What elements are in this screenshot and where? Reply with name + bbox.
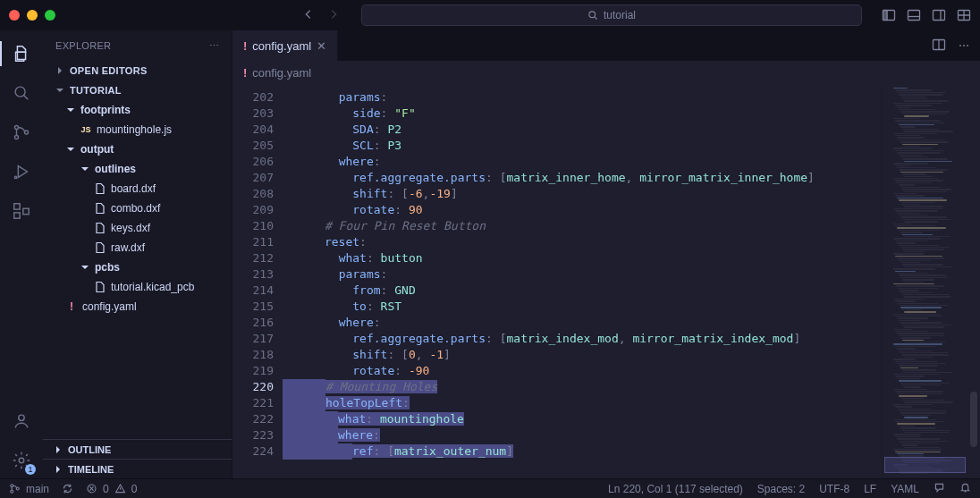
maximize-window-icon[interactable] — [45, 10, 55, 21]
svg-point-0 — [589, 12, 596, 18]
explorer-more-icon[interactable]: ⋯ — [209, 40, 219, 52]
activity-settings-icon[interactable]: 1 — [0, 443, 43, 478]
chevron-down-icon — [64, 145, 77, 154]
file-tutorial-kicad-pcb[interactable]: tutorial.kicad_pcb — [43, 277, 232, 297]
activity-explorer-icon[interactable] — [0, 36, 43, 72]
svg-rect-11 — [14, 204, 20, 209]
warning-icon — [114, 483, 126, 494]
folder-outlines[interactable]: outlines — [43, 159, 232, 179]
js-file-icon: JS — [80, 125, 90, 134]
status-branch[interactable]: main — [9, 483, 49, 495]
close-window-icon[interactable] — [9, 10, 20, 21]
nav-forward-icon[interactable] — [327, 8, 340, 23]
status-encoding[interactable]: UTF-8 — [819, 483, 849, 495]
svg-rect-2 — [883, 11, 888, 21]
toggle-panel-icon[interactable] — [907, 8, 921, 22]
close-tab-icon[interactable]: ✕ — [317, 39, 326, 53]
svg-point-17 — [11, 485, 13, 487]
breadcrumb-label: config.yaml — [252, 66, 311, 80]
status-language[interactable]: YAML — [891, 483, 919, 495]
file-keys-dxf[interactable]: keys.dxf — [43, 218, 232, 238]
timeline-section[interactable]: TIMELINE — [43, 459, 232, 478]
status-problems[interactable]: 0 0 — [86, 483, 137, 495]
explorer-title: EXPLORER — [55, 40, 111, 51]
svg-point-10 — [14, 176, 16, 178]
folder-output[interactable]: output — [43, 139, 232, 159]
folder-pcbs[interactable]: pcbs — [43, 257, 232, 277]
status-sync[interactable] — [62, 483, 73, 494]
file-raw-dxf[interactable]: raw.dxf — [43, 238, 232, 257]
explorer-header: EXPLORER ⋯ — [43, 30, 232, 61]
chevron-right-icon — [52, 445, 64, 454]
tab-config-yaml[interactable]: ! config.yaml ✕ — [232, 30, 338, 61]
svg-point-6 — [15, 87, 25, 97]
open-editors-section[interactable]: OPEN EDITORS — [43, 61, 232, 80]
error-icon — [86, 483, 97, 494]
status-indent[interactable]: Spaces: 2 — [757, 483, 805, 495]
branch-icon — [9, 483, 21, 494]
status-feedback-icon[interactable] — [934, 482, 945, 496]
explorer-sidebar: EXPLORER ⋯ OPEN EDITORS TUTORIAL footpri… — [43, 30, 232, 478]
line-number-gutter: 2022032042052062072082092102112122132142… — [232, 84, 283, 478]
activity-account-icon[interactable] — [0, 403, 43, 439]
svg-rect-4 — [934, 11, 945, 21]
svg-point-18 — [11, 490, 13, 493]
customize-layout-icon[interactable] — [957, 8, 971, 22]
file-mountinghole-js[interactable]: JS mountinghole.js — [43, 120, 232, 139]
nav-back-icon[interactable] — [302, 8, 315, 23]
minimap-viewport[interactable] — [884, 457, 966, 473]
status-bell-icon[interactable] — [959, 482, 971, 496]
activity-bar: 1 — [0, 30, 43, 478]
toggle-secondary-sidebar-icon[interactable] — [932, 8, 946, 22]
activity-source-control-icon[interactable] — [0, 114, 43, 150]
activity-search-icon[interactable] — [0, 75, 43, 111]
command-center-text: tutorial — [604, 9, 636, 21]
yaml-file-icon: ! — [70, 300, 73, 313]
code-content[interactable]: params: side: "F" SDA: P2 SCL: P3 where:… — [283, 84, 882, 478]
file-tree: OPEN EDITORS TUTORIAL footprints JS moun… — [43, 61, 232, 439]
editor[interactable]: 2022032042052062072082092102112122132142… — [232, 84, 980, 478]
svg-point-8 — [14, 135, 18, 139]
minimap[interactable] — [882, 84, 967, 478]
search-icon — [587, 10, 598, 21]
tab-label: config.yaml — [252, 39, 311, 53]
activity-run-debug-icon[interactable] — [0, 154, 43, 190]
workbench: 1 EXPLORER ⋯ OPEN EDITORS TUTORIAL footp… — [0, 30, 980, 478]
file-icon — [93, 202, 107, 215]
svg-point-15 — [19, 458, 24, 463]
status-bar: main 0 0 Ln 220, Col 1 (117 selected) Sp… — [0, 478, 980, 498]
tab-bar: ! config.yaml ✕ ⋯ — [232, 30, 980, 61]
yaml-file-icon: ! — [243, 66, 247, 80]
command-center-search[interactable]: tutorial — [361, 4, 862, 26]
file-board-dxf[interactable]: board.dxf — [43, 179, 232, 198]
file-icon — [93, 222, 107, 234]
scrollbar-thumb[interactable] — [970, 392, 977, 447]
file-config-yaml[interactable]: !config.yaml — [43, 297, 232, 317]
window-controls — [9, 10, 55, 21]
toggle-primary-sidebar-icon[interactable] — [882, 8, 896, 22]
activity-extensions-icon[interactable] — [0, 193, 43, 229]
folder-footprints[interactable]: footprints — [43, 100, 232, 120]
yaml-file-icon: ! — [243, 39, 247, 53]
svg-point-14 — [19, 415, 24, 420]
svg-rect-13 — [23, 208, 29, 214]
file-combo-dxf[interactable]: combo.dxf — [43, 198, 232, 218]
workspace-section[interactable]: TUTORIAL — [43, 80, 232, 100]
file-icon — [93, 281, 107, 293]
status-cursor[interactable]: Ln 220, Col 1 (117 selected) — [608, 483, 743, 495]
svg-rect-12 — [14, 213, 20, 218]
split-editor-icon[interactable] — [932, 38, 946, 55]
tab-more-icon[interactable]: ⋯ — [959, 39, 969, 52]
layout-controls — [882, 8, 971, 22]
status-eol[interactable]: LF — [864, 483, 876, 495]
outline-section[interactable]: OUTLINE — [43, 439, 232, 459]
chevron-right-icon — [52, 465, 64, 474]
editor-group: ! config.yaml ✕ ⋯ ! config.yaml 20220320… — [232, 30, 980, 478]
breadcrumb[interactable]: ! config.yaml — [232, 61, 980, 84]
chevron-down-icon — [79, 263, 91, 272]
file-icon — [93, 241, 107, 254]
chevron-down-icon — [79, 165, 91, 173]
minimize-window-icon[interactable] — [27, 10, 38, 21]
vertical-scrollbar[interactable] — [967, 84, 980, 478]
svg-point-7 — [14, 125, 18, 129]
